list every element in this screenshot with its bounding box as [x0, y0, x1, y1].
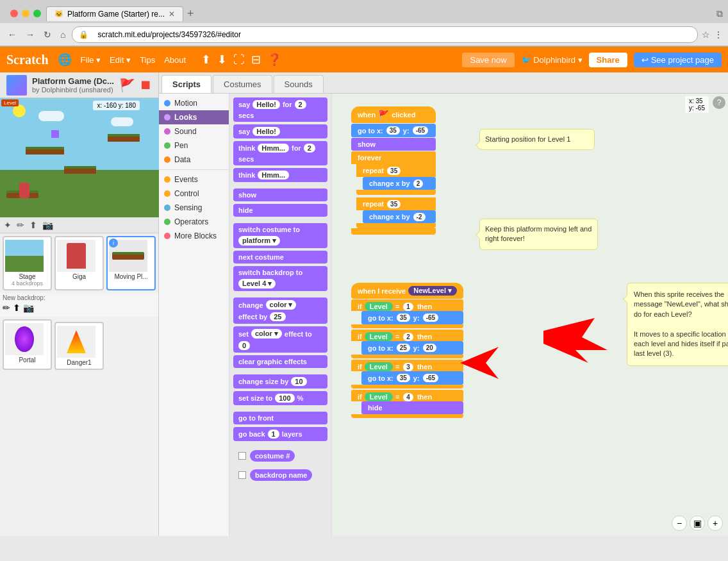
- block-repeat-1[interactable]: repeat 35: [356, 164, 436, 177]
- block-goto-l1[interactable]: go to x: 35 y: -65: [361, 311, 463, 324]
- reload-btn[interactable]: ↻: [41, 28, 54, 41]
- cat-more-blocks[interactable]: More Blocks: [159, 229, 229, 243]
- tab-scripts[interactable]: Scripts: [161, 75, 211, 93]
- blocks-panel: Motion Looks Sound Pen Data: [159, 94, 728, 536]
- block-think[interactable]: think Hmm...: [233, 168, 327, 182]
- block-hide-l4[interactable]: hide: [361, 401, 463, 414]
- url-input[interactable]: [91, 28, 691, 41]
- block-next-costume[interactable]: next costume: [233, 251, 327, 264]
- stop-btn[interactable]: ⏹: [139, 78, 152, 92]
- cat-looks[interactable]: Looks: [159, 110, 229, 124]
- expand-icon[interactable]: ⛶: [233, 53, 245, 67]
- backdrop-name-checkbox[interactable]: [238, 471, 246, 479]
- block-think-for[interactable]: think Hmm... for 2 secs: [233, 141, 327, 165]
- tips-menu[interactable]: Tips: [140, 55, 155, 65]
- sprite-item-moving-platform[interactable]: i Moving Pl...: [106, 236, 156, 290]
- forward-btn[interactable]: →: [23, 28, 37, 41]
- camera-icon[interactable]: 📷: [42, 220, 53, 230]
- zoom-in-btn[interactable]: +: [707, 515, 723, 531]
- browser-toolbar: ☆ ⋮: [702, 29, 723, 40]
- sprite-item-portal[interactable]: Portal: [3, 319, 52, 370]
- zoom-fit-btn[interactable]: ▣: [690, 515, 705, 531]
- help-btn[interactable]: ?: [713, 96, 725, 109]
- about-menu[interactable]: About: [164, 55, 186, 65]
- shrink-icon[interactable]: ⊟: [251, 53, 261, 67]
- block-change-size[interactable]: change size by 10: [233, 374, 327, 389]
- menu-icon[interactable]: ⋮: [714, 29, 723, 40]
- scratch-logo[interactable]: Scratch: [6, 53, 49, 67]
- cat-control[interactable]: Control: [159, 187, 229, 201]
- if-level-4[interactable]: if Level = 4 then: [351, 390, 463, 401]
- back-btn[interactable]: ←: [5, 28, 19, 41]
- camera-backdrop-icon[interactable]: 📷: [23, 303, 34, 313]
- block-set-effect[interactable]: set color ▾ effect to 0: [233, 326, 327, 353]
- block-show[interactable]: show: [233, 188, 327, 201]
- block-go-front[interactable]: go to front: [233, 412, 327, 424]
- costume-num-checkbox[interactable]: [238, 452, 246, 460]
- tab-close-btn[interactable]: ✕: [169, 10, 175, 19]
- block-goto-1[interactable]: go to x: 35 y: -65: [351, 124, 436, 137]
- edit-menu[interactable]: Edit ▾: [110, 55, 131, 65]
- restore-btn[interactable]: ⧉: [716, 8, 723, 19]
- new-tab-btn[interactable]: +: [187, 7, 194, 21]
- scripts-area[interactable]: ? x: 35y: -65 when 🚩 clicked go to x: 35…: [332, 94, 728, 536]
- sprite-item-giga[interactable]: Giga: [54, 236, 104, 290]
- sprite-item-stage[interactable]: Stage 4 backdrops: [3, 236, 52, 290]
- help-circle-icon[interactable]: ❓: [267, 53, 281, 67]
- paint-backdrop-icon[interactable]: ✏: [3, 303, 10, 313]
- tab-costumes[interactable]: Costumes: [213, 75, 272, 93]
- block-hide[interactable]: hide: [233, 204, 327, 217]
- newlevel-dropdown[interactable]: NewLevel ▾: [408, 286, 457, 296]
- window-close[interactable]: [10, 10, 18, 17]
- block-costume-num[interactable]: costume #: [233, 448, 327, 464]
- upload-icon[interactable]: ⬆: [201, 53, 211, 67]
- download-icon[interactable]: ⬇: [217, 53, 227, 67]
- block-forever[interactable]: forever: [351, 151, 436, 164]
- cat-data[interactable]: Data: [159, 153, 229, 167]
- zoom-out-btn[interactable]: −: [672, 515, 687, 531]
- block-change-effect[interactable]: change color ▾ effect by 25: [233, 297, 327, 324]
- block-repeat-2[interactable]: repeat 35: [356, 197, 436, 210]
- block-change-x-2[interactable]: change x by -2: [363, 210, 436, 223]
- block-say-for-secs[interactable]: say Hello! for 2 secs: [233, 97, 327, 122]
- home-btn[interactable]: ⌂: [58, 28, 68, 41]
- cat-sensing[interactable]: Sensing: [159, 201, 229, 215]
- block-clear-effects[interactable]: clear graphic effects: [233, 355, 327, 368]
- tab-sounds[interactable]: Sounds: [274, 75, 324, 93]
- hat-when-clicked[interactable]: when 🚩 clicked: [351, 106, 436, 123]
- export-icon[interactable]: ⬆: [29, 220, 37, 230]
- stamp-icon[interactable]: ✦: [4, 220, 12, 230]
- block-backdrop-name[interactable]: backdrop name: [233, 467, 327, 483]
- window-maximize[interactable]: [33, 10, 41, 17]
- window-minimize[interactable]: [22, 10, 29, 17]
- svg-marker-1: [543, 318, 608, 363]
- share-btn[interactable]: Share: [589, 53, 627, 67]
- green-flag-btn[interactable]: 🚩: [119, 78, 135, 93]
- block-switch-backdrop[interactable]: switch backdrop to Level 4 ▾: [233, 266, 327, 291]
- edit-sprite-icon[interactable]: ✏: [17, 220, 24, 230]
- import-backdrop-icon[interactable]: ⬆: [13, 303, 21, 313]
- stage-canvas[interactable]: Level x: -160 y: 180: [0, 98, 159, 217]
- hat-when-receive[interactable]: when I receive NewLevel ▾: [351, 283, 463, 299]
- if-level-2[interactable]: if Level = 2 then: [351, 330, 463, 341]
- cat-motion[interactable]: Motion: [159, 96, 229, 110]
- globe-icon[interactable]: 🌐: [58, 53, 72, 67]
- if-level-1[interactable]: if Level = 1 then: [351, 299, 463, 311]
- see-project-btn[interactable]: ↩ See project page: [634, 53, 722, 67]
- block-show-1[interactable]: show: [351, 138, 436, 151]
- block-say[interactable]: say Hello!: [233, 124, 327, 138]
- save-now-btn[interactable]: Save now: [462, 53, 514, 67]
- file-menu[interactable]: File ▾: [81, 55, 101, 65]
- block-go-back[interactable]: go back 1 layers: [233, 427, 327, 441]
- cat-sound[interactable]: Sound: [159, 124, 229, 138]
- sprite-item-danger1[interactable]: Danger1: [54, 322, 104, 370]
- block-set-size[interactable]: set size to 100 %: [233, 391, 327, 405]
- bookmark-icon[interactable]: ☆: [702, 29, 710, 40]
- cat-operators[interactable]: Operators: [159, 215, 229, 229]
- sprite-grid: Stage 4 backdrops Giga i Moving Pl...: [0, 233, 158, 293]
- browser-tab[interactable]: 🐱 Platform Game (Starter) re... ✕: [46, 6, 183, 21]
- block-switch-costume[interactable]: switch costume to platform ▾: [233, 223, 327, 248]
- cat-events[interactable]: Events: [159, 172, 229, 187]
- block-change-x-1[interactable]: change x by 2: [363, 177, 436, 190]
- cat-pen[interactable]: Pen: [159, 138, 229, 153]
